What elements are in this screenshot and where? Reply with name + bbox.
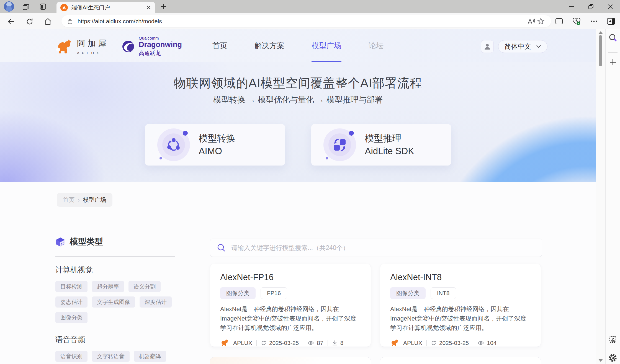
- language-selector[interactable]: 简体中文: [498, 40, 547, 53]
- hero-card-title: 模型推理: [365, 132, 414, 145]
- nav-item-solutions[interactable]: 解决方案: [254, 29, 284, 62]
- hero-card-model-conversion[interactable]: 模型转换 AIMO: [145, 124, 285, 166]
- model-card-alexnet-int8[interactable]: AlexNet-INT8 图像分类 INT8 AlexNet是一种经典的卷积神经…: [380, 264, 541, 347]
- main-nav: 首页 解决方案 模型广场 论坛: [212, 29, 384, 62]
- rail-divider: [608, 52, 618, 53]
- screenshot-snip-icon[interactable]: [609, 335, 617, 344]
- dragonwing-brand-text: Qualcomm: [139, 36, 182, 40]
- downloads-count: 8: [340, 340, 344, 346]
- model-description: AlexNet是一种经典的卷积神经网络，因其在ImageNet竞赛中的突破性表现…: [390, 304, 531, 333]
- minimize-button[interactable]: [562, 0, 581, 13]
- browser-tab[interactable]: 端侧AI生态门户: [56, 2, 155, 13]
- reload-icon[interactable]: [25, 17, 34, 26]
- updated-icon: [261, 340, 266, 346]
- url-text[interactable]: https://aiot.aidlux.com/zh/models: [78, 18, 527, 25]
- brand-logos[interactable]: 阿加犀 APLUX Qualcomm Dragonwing 高通跃龙: [55, 36, 182, 57]
- chevron-down-icon: [536, 45, 541, 48]
- window-controls: [562, 0, 620, 13]
- search-input[interactable]: [231, 244, 535, 252]
- browser-titlebar: 端侧AI生态门户: [0, 0, 620, 13]
- breadcrumb: 首页 › 模型广场: [57, 193, 112, 207]
- favorites-star-icon[interactable]: [536, 17, 546, 26]
- publisher-name: APLUX: [233, 340, 252, 346]
- hero-subtitle: 模型转换 → 模型优化与量化 → 模型推理与部署: [0, 94, 596, 105]
- model-card-partial[interactable]: [380, 357, 541, 364]
- tab-close-icon[interactable]: [146, 5, 151, 10]
- model-title: AlexNet-FP16: [220, 272, 361, 282]
- lock-icon[interactable]: [67, 18, 73, 25]
- language-label: 简体中文: [505, 42, 531, 51]
- toolbar-right-icons: [550, 13, 620, 29]
- site-favicon: [60, 4, 68, 11]
- edge-sidebar-rail: [605, 29, 620, 364]
- header-actions: 简体中文: [481, 40, 547, 53]
- user-account-button[interactable]: [481, 40, 494, 53]
- tag-machine-translation[interactable]: 机器翻译: [134, 351, 166, 362]
- tag-text-to-speech[interactable]: 文字转语音: [92, 351, 130, 362]
- breadcrumb-home[interactable]: 首页: [63, 196, 74, 204]
- views-icon: [477, 340, 484, 345]
- hero-title: 物联网领域的AI模型空间覆盖整个AI部署流程: [0, 75, 596, 91]
- split-screen-icon[interactable]: [555, 17, 563, 25]
- model-card-alexnet-fp16[interactable]: AlexNet-FP16 图像分类 FP16 AlexNet是一种经典的卷积神经…: [210, 264, 371, 347]
- browser-profile-avatar[interactable]: [4, 1, 14, 12]
- search-icon: [217, 243, 226, 252]
- updated-date: 2025-03-25: [269, 340, 299, 346]
- views-count: 87: [317, 340, 323, 346]
- nav-item-models[interactable]: 模型广场: [312, 29, 341, 62]
- model-title: AlexNet-INT8: [390, 272, 531, 282]
- browser-essentials-icon[interactable]: [572, 17, 581, 25]
- dragonwing-cn-text: 高通跃龙: [139, 50, 182, 57]
- sidebar-search-icon[interactable]: [608, 33, 617, 42]
- tag-text-to-image[interactable]: 文字生成图像: [92, 296, 135, 308]
- partial-cards-row: [210, 357, 541, 364]
- model-tag-category[interactable]: 图像分类: [390, 287, 426, 299]
- cv-tags: 目标检测 超分辨率 语义分割 姿态估计 文字生成图像 深度估计 图像分类: [55, 281, 175, 323]
- model-tag-precision[interactable]: FP16: [261, 287, 287, 299]
- publisher-logo-icon: [390, 339, 399, 347]
- back-icon[interactable]: [7, 17, 15, 26]
- new-tab-icon[interactable]: [160, 3, 167, 10]
- close-window-button[interactable]: [601, 0, 620, 13]
- publisher-logo-icon: [220, 339, 229, 347]
- nav-item-forum[interactable]: 论坛: [369, 29, 384, 62]
- hero-card-model-inference[interactable]: 模型推理 AidLite SDK: [311, 124, 451, 166]
- tag-object-detection[interactable]: 目标检测: [55, 281, 88, 292]
- copilot-sidebar-toggle-icon[interactable]: [607, 18, 616, 25]
- tag-speech-recognition[interactable]: 语音识别: [55, 351, 88, 362]
- audio-tags: 语音识别 文字转语音 机器翻译: [55, 351, 175, 362]
- sidebar-add-icon[interactable]: [609, 58, 617, 66]
- restore-button[interactable]: [581, 0, 601, 13]
- model-tag-precision[interactable]: INT8: [431, 287, 456, 299]
- scroll-down-icon[interactable]: [598, 359, 603, 362]
- tag-super-resolution[interactable]: 超分辨率: [92, 281, 124, 292]
- publisher-name: APLUX: [403, 340, 422, 346]
- tag-pose-estimation[interactable]: 姿态估计: [55, 296, 88, 308]
- page-scrollbar[interactable]: [596, 29, 605, 364]
- group-speech-audio: 语音音频: [55, 335, 175, 345]
- model-cards-row: AlexNet-FP16 图像分类 FP16 AlexNet是一种经典的卷积神经…: [210, 264, 541, 347]
- tag-semantic-segmentation[interactable]: 语义分割: [128, 281, 161, 292]
- cube-icon: [55, 237, 65, 247]
- scroll-up-icon[interactable]: [598, 31, 603, 34]
- tag-image-classification[interactable]: 图像分类: [55, 312, 88, 323]
- tab-actions-icon[interactable]: [39, 3, 47, 10]
- model-tag-category[interactable]: 图像分类: [220, 287, 256, 299]
- sidebar-settings-gear-icon[interactable]: [608, 353, 617, 362]
- updated-date: 2025-03-25: [439, 340, 469, 346]
- model-card-partial[interactable]: [210, 357, 371, 364]
- scrollbar-thumb[interactable]: [599, 35, 602, 66]
- read-aloud-icon[interactable]: [527, 17, 536, 26]
- group-computer-vision: 计算机视觉: [55, 265, 175, 275]
- tag-depth-estimation[interactable]: 深度估计: [140, 296, 172, 308]
- model-search-bar[interactable]: [210, 239, 542, 257]
- tab-title: 端侧AI生态门户: [71, 4, 146, 11]
- address-bar[interactable]: https://aiot.aidlux.com/zh/models: [61, 15, 551, 27]
- breadcrumb-current: 模型广场: [83, 196, 106, 204]
- nav-item-home[interactable]: 首页: [212, 29, 227, 62]
- logo-divider: [113, 38, 113, 55]
- workspaces-icon[interactable]: [22, 3, 30, 11]
- hero-cards: 模型转换 AIMO: [0, 124, 596, 166]
- settings-more-icon[interactable]: [590, 20, 598, 23]
- home-icon[interactable]: [44, 17, 52, 26]
